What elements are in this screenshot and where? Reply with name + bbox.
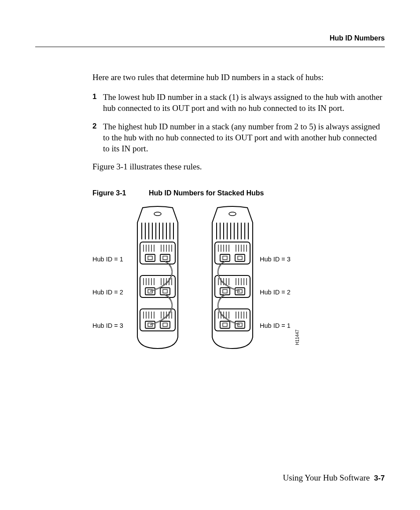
rules-list: 1 The lowest hub ID number in a stack (1…	[92, 92, 385, 154]
figure-title: Hub ID Numbers for Stacked Hubs	[149, 189, 264, 197]
hub-label-left-2: Hub ID = 2	[92, 289, 123, 296]
footer-page-number: 3-7	[374, 474, 385, 482]
page-footer: Using Your Hub Software 3-7	[283, 473, 385, 483]
hub-stack-icon	[209, 205, 256, 350]
rule-number: 1	[92, 92, 103, 114]
rule-text: The highest hub ID number in a stack (an…	[103, 121, 385, 154]
hub-label-right-2: Hub ID = 2	[260, 289, 291, 296]
hub-stack-icon	[134, 205, 181, 350]
running-header: Hub ID Numbers	[35, 34, 385, 42]
hub-stack-left	[134, 205, 181, 350]
hub-label-right-3: Hub ID = 1	[260, 322, 291, 329]
svg-rect-49	[235, 254, 245, 261]
hub-label-left-3: Hub ID = 3	[92, 322, 123, 329]
hub-label-right-1: Hub ID = 3	[260, 256, 291, 263]
rule-number: 2	[92, 121, 103, 154]
figure-reference: Figure 3-1 illustrates these rules.	[92, 162, 385, 172]
rule-item-1: 1 The lowest hub ID number in a stack (1…	[92, 92, 385, 114]
rule-item-2: 2 The highest hub ID number in a stack (…	[92, 121, 385, 154]
footer-chapter: Using Your Hub Software	[283, 473, 370, 482]
figure-image-code: H11447	[295, 330, 300, 345]
svg-rect-23	[160, 254, 170, 261]
rule-text: The lowest hub ID number in a stack (1) …	[103, 92, 385, 114]
hub-stack-right	[209, 205, 256, 350]
hub-label-left-1: Hub ID = 1	[92, 256, 123, 263]
figure-caption: Figure 3-1Hub ID Numbers for Stacked Hub…	[92, 189, 385, 197]
intro-paragraph: Here are two rules that determine hub ID…	[92, 73, 385, 82]
svg-rect-48	[220, 254, 230, 261]
header-rule	[35, 47, 385, 47]
figure-number: Figure 3-1	[92, 189, 149, 197]
svg-rect-22	[145, 254, 155, 261]
figure-illustration: Hub ID = 1 Hub ID = 2 Hub ID = 3 Hub ID …	[92, 205, 385, 355]
